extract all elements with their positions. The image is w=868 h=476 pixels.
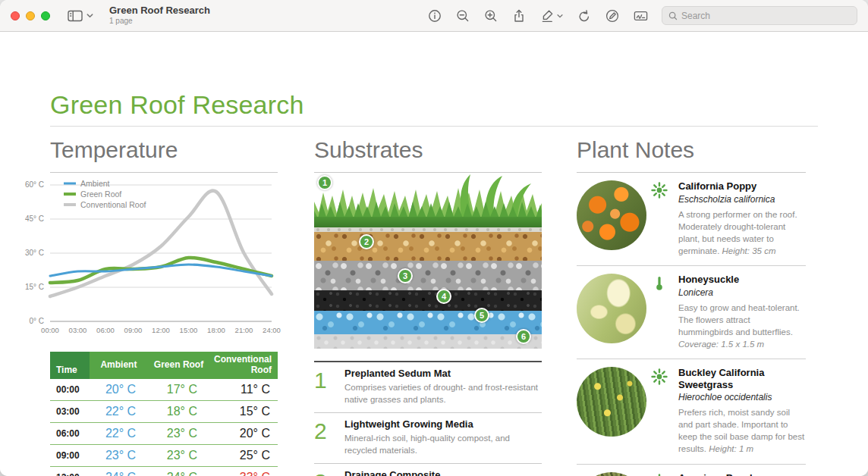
plant-item: Honeysuckle Lonicera Easy to grow and he… [577,266,806,359]
markup-chevron-down-icon[interactable] [556,12,564,20]
search-icon [668,11,678,20]
window-title-stack: Green Roof Research 1 page [109,5,210,25]
fullscreen-button[interactable] [41,11,50,20]
draw-pencil-icon[interactable] [605,8,620,23]
plant-name: California Poppy [678,180,806,193]
header-time: Time [50,352,90,379]
info-icon[interactable] [427,8,442,23]
substrate-layers-figure: 1 2 3 4 5 6 [314,173,542,349]
search-field[interactable] [662,6,857,25]
share-icon[interactable] [511,8,527,23]
close-button[interactable] [11,11,20,20]
plant-name: American Beachgrass [678,472,806,476]
svg-text:24:00: 24:00 [263,326,281,334]
plant-latin-name: Lonicera [678,287,806,298]
table-row: 03:00 22° C 18° C 15° C [50,401,278,423]
sun-icon [651,474,668,476]
markup-pen-icon[interactable] [539,8,555,23]
svg-text:30° C: 30° C [25,249,44,257]
document-page: Green Roof Research Temperature 60° C 45… [0,33,868,476]
layer-badge-4: 4 [436,289,451,304]
substrate-number: 1 [314,368,344,406]
substrate-item: 2 Lightweight Growing Media Mineral-rich… [314,412,542,463]
plant-notes-heading: Plant Notes [577,137,806,173]
svg-text:0° C: 0° C [29,317,44,325]
sidebar-chevron-down-icon[interactable] [86,11,94,20]
substrate-number: 2 [314,418,344,456]
zoom-in-icon[interactable] [483,8,498,23]
preview-window: Green Roof Research 1 page [0,0,868,476]
svg-text:15° C: 15° C [25,283,44,291]
temperature-table: Time Ambient Green Roof Conventional Roo… [50,352,278,476]
chart-y-axis-labels: 60° C 45° C 30° C 15° C 0° C [25,180,44,325]
temperature-heading: Temperature [50,137,278,173]
svg-text:06:00: 06:00 [96,326,115,334]
table-row: 00:00 20° C 17° C 11° C [50,379,278,401]
layer-badge-3: 3 [398,268,413,283]
rotate-left-icon[interactable] [577,8,592,23]
toolbar [427,6,857,25]
svg-text:12:00: 12:00 [152,326,170,334]
layer-badge-1: 1 [317,175,332,190]
plant-photo [577,367,646,437]
plant-description: Prefers rich, moist sandy soil and part … [678,406,806,455]
temperature-chart: 60° C 45° C 30° C 15° C 0° C Ambient Gre… [21,174,285,337]
document-title: Green Roof Research [50,90,304,120]
svg-text:18:00: 18:00 [207,326,225,334]
plant-photo [577,180,646,250]
substrates-heading: Substrates [314,137,542,173]
legend-label-green-roof: Green Roof [80,189,121,199]
thermometer-icon [651,275,668,292]
title-divider [50,126,818,127]
titlebar: Green Roof Research 1 page [0,0,868,32]
plant-metric: Height: 1 m [709,444,753,453]
substrate-item: 3 Drainage Composite Allows rainwater to… [314,463,542,476]
plant-item: American Beachgrass Ammophila breviligul… [577,465,806,476]
svg-text:00:00: 00:00 [41,326,59,334]
signature-icon[interactable] [633,8,649,23]
layer-badge-6: 6 [516,329,531,344]
svg-text:15:00: 15:00 [180,326,198,334]
substrate-title: Preplanted Sedum Mat [344,368,542,379]
plant-description: A strong performer on the roof. Moderate… [678,208,806,257]
window-title: Green Roof Research [109,5,210,17]
minimize-button[interactable] [26,11,35,20]
plant-latin-name: Eschscholzia californica [678,194,806,205]
substrates-section: Substrates [314,137,542,476]
plant-metric: Height: 35 cm [722,246,776,255]
svg-text:21:00: 21:00 [235,326,253,334]
sidebar-toggle-icon[interactable] [67,9,83,23]
waterproof-layer [314,311,542,334]
legend-label-ambient: Ambient [80,179,110,188]
root-barrier-layer [314,290,542,311]
svg-text:03:00: 03:00 [69,326,87,334]
grass-layer-graphic [314,173,542,227]
roof-deck-layer [314,334,542,349]
search-input[interactable] [681,11,851,21]
substrate-title: Drainage Composite [344,469,542,476]
traffic-lights [11,11,50,20]
page-count: 1 page [109,17,210,26]
sun-icon [651,368,668,385]
table-row: 06:00 22° C 23° C 20° C [50,423,278,445]
table-row: 09:00 23° C 23° C 25° C [50,445,278,467]
plant-item: California Poppy Eschscholzia californic… [577,173,806,266]
substrate-title: Lightweight Growing Media [344,418,542,430]
layer-badge-2: 2 [359,234,374,249]
zoom-out-icon[interactable] [455,8,470,23]
header-conventional-roof: Conventional Roof [209,352,278,379]
plant-photo [577,274,646,343]
header-green-roof: Green Roof [148,352,209,379]
temperature-section: Temperature 60° C 45° C 30° C 15° C 0° C [50,137,278,476]
plant-name: Honeysuckle [678,274,806,286]
plant-description: Easy to grow and heat-tolerant. The flow… [678,302,806,350]
plant-name: Buckley California Sweetgrass [678,367,806,390]
substrate-item: 1 Preplanted Sedum Mat Comprises varieti… [314,362,542,412]
substrate-description: Comprises varieties of drought- and fros… [344,381,542,406]
legend-label-conventional-roof: Conventional Roof [80,200,146,209]
layer-badge-5: 5 [474,308,489,323]
svg-text:09:00: 09:00 [124,326,143,334]
chart-x-axis-labels: 00:00 03:00 06:00 09:00 12:00 15:00 18:0… [41,326,281,334]
substrate-description: Mineral-rich soil, high-quality compost,… [344,432,542,456]
svg-text:45° C: 45° C [25,215,44,223]
